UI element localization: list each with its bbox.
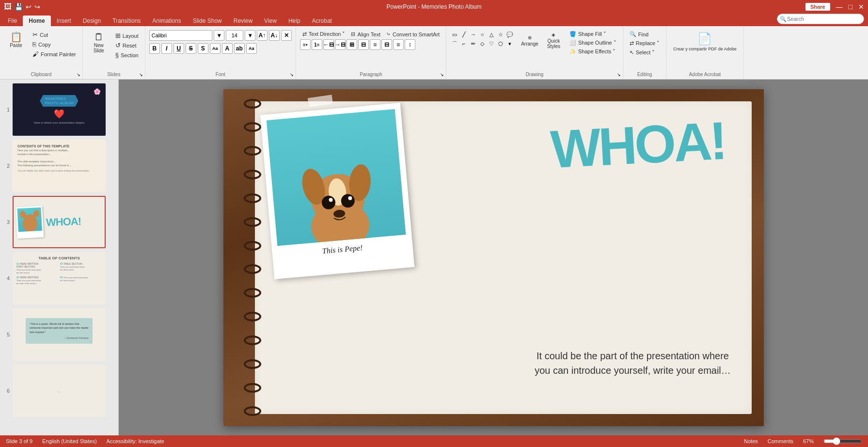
layout-button[interactable]: ⊞ Layout — [113, 31, 141, 40]
align-text-button[interactable]: ⊟ Align Text — [348, 30, 383, 38]
slide-canvas[interactable]: This is Pepe! WHOA! It could be the part… — [223, 89, 764, 426]
slide-item-1[interactable]: 1 MEMORIESPHOTO ALBUM ❤️ Here is where y… — [4, 83, 114, 136]
find-button[interactable]: 🔍 Find — [627, 30, 651, 38]
align-right-button[interactable]: ⊟ — [381, 39, 392, 50]
diamond-shape[interactable]: ◇ — [478, 39, 487, 48]
rectangle-shape[interactable]: ▭ — [450, 30, 459, 39]
strikethrough-button[interactable]: S — [186, 43, 196, 54]
bold-button[interactable]: B — [149, 43, 160, 54]
reset-button[interactable]: ↺ Reset — [113, 41, 141, 50]
italic-button[interactable]: I — [161, 43, 172, 54]
arrange-button[interactable]: ⊕ Arrange — [518, 30, 541, 51]
tab-view[interactable]: View — [258, 16, 283, 26]
indent-less-button[interactable]: ←⊟ — [323, 39, 334, 50]
quick-access-redo[interactable]: ↪ — [34, 3, 40, 11]
shape-fill-button[interactable]: 🪣 Shape Fill ˅ — [567, 30, 619, 38]
accessibility-status[interactable]: Accessibility: Investigate — [107, 438, 164, 444]
convert-smartart-button[interactable]: ⤷ Convert to SmartArt — [384, 30, 442, 38]
line-shape[interactable]: ╱ — [459, 30, 468, 39]
clipboard-expand[interactable]: ↘ — [77, 72, 80, 77]
clear-formatting[interactable]: ✕ — [281, 30, 292, 41]
tab-acrobat[interactable]: Acrobat — [306, 16, 338, 26]
triangle-shape[interactable]: △ — [487, 30, 496, 39]
tab-help[interactable]: Help — [283, 16, 306, 26]
line-spacing-button[interactable]: ↕ — [405, 39, 415, 50]
text-direction-button[interactable]: ⇄ Text Direction ˅ — [300, 30, 348, 38]
slide-item-3[interactable]: 3 WHOA! — [4, 196, 114, 248]
whoa-heading[interactable]: WHOA! — [549, 113, 726, 176]
align-left-button[interactable]: ⊟ — [358, 39, 369, 50]
shadow-button[interactable]: S — [198, 43, 208, 54]
slide-description[interactable]: It could be the part of the presentation… — [531, 349, 735, 378]
font-name-dropdown[interactable]: ▾ — [214, 30, 224, 41]
new-slide-button[interactable]: 🗒 NewSlide — [87, 30, 111, 55]
arrow-shape[interactable]: → — [469, 30, 477, 39]
notes-button[interactable]: Notes — [744, 438, 758, 444]
quick-access-save[interactable]: 💾 — [15, 3, 23, 11]
maximize-button[interactable]: □ — [849, 3, 852, 11]
format-painter-button[interactable]: 🖌 Format Painter — [30, 49, 79, 59]
slide-thumb-3[interactable]: WHOA! — [13, 196, 106, 248]
font-size-input[interactable] — [226, 30, 243, 41]
zoom-slider[interactable] — [823, 437, 862, 445]
font-expand[interactable]: ↘ — [290, 72, 294, 77]
underline-button[interactable]: U — [174, 43, 184, 54]
bullet-list-button[interactable]: ≡• — [300, 39, 311, 50]
columns-button[interactable]: ⊞ — [347, 39, 357, 50]
tab-transitions[interactable]: Transitions — [107, 16, 146, 26]
close-button[interactable]: ✕ — [858, 3, 864, 11]
shape-outline-button[interactable]: ⬜ Shape Outline ˅ — [567, 39, 619, 47]
minimize-button[interactable]: — — [836, 3, 843, 11]
pentagon-shape[interactable]: ⬠ — [496, 39, 505, 48]
slide-thumb-6[interactable]: ... — [13, 365, 106, 417]
increase-font-size[interactable]: A↑ — [257, 30, 268, 41]
share-button[interactable]: Share — [805, 3, 830, 11]
more-shapes[interactable]: ▾ — [505, 39, 514, 48]
comments-button[interactable]: Comments — [768, 438, 793, 444]
replace-button[interactable]: ⇄ Replace ˅ — [627, 39, 662, 48]
font-size-big[interactable]: Aa — [246, 43, 257, 54]
cut-button[interactable]: ✂ Cut — [30, 30, 79, 39]
font-name-input[interactable] — [149, 30, 212, 41]
heart-shape[interactable]: ♡ — [487, 39, 496, 48]
highlight-button[interactable]: ab — [234, 43, 245, 54]
slides-expand[interactable]: ↘ — [139, 72, 143, 77]
tab-design[interactable]: Design — [77, 16, 107, 26]
tab-file[interactable]: File — [2, 16, 23, 26]
slide-item-5[interactable]: 5 "This is a quote. Words full of wisdom… — [4, 308, 114, 361]
callout-shape[interactable]: 💬 — [505, 30, 514, 39]
freeform-shape[interactable]: ✏ — [469, 39, 477, 48]
star-shape[interactable]: ☆ — [496, 30, 505, 39]
slide-thumb-4[interactable]: TABLE OF CONTENTS 01 HERE WRITTENFIRST S… — [13, 252, 106, 304]
slide-item-2[interactable]: 2 CONTENTS OF THIS TEMPLATE Here you can… — [4, 140, 114, 192]
indent-more-button[interactable]: →⊟ — [335, 39, 346, 50]
connector-shape[interactable]: ⌐ — [459, 39, 468, 48]
polaroid-photo-frame[interactable]: This is Pepe! — [260, 103, 414, 279]
quick-styles-button[interactable]: ◈ QuickStyles — [544, 30, 563, 51]
paragraph-expand[interactable]: ↘ — [440, 72, 444, 77]
justify-button[interactable]: ≡ — [393, 39, 404, 50]
align-center-button[interactable]: ≡ — [370, 39, 380, 50]
slide-item-6[interactable]: 6 ... — [4, 365, 114, 417]
create-pdf-button[interactable]: 📄 Crear y compartir PDF de Adobe — [670, 30, 740, 53]
quick-access-undo[interactable]: ↩ — [26, 3, 32, 11]
tab-home[interactable]: Home — [23, 16, 50, 26]
numbered-list-button[interactable]: 1≡ — [312, 39, 322, 50]
decrease-font-size[interactable]: A↓ — [269, 30, 280, 41]
search-input[interactable] — [777, 14, 864, 24]
slide-item-4[interactable]: 4 TABLE OF CONTENTS 01 HERE WRITTENFIRST… — [4, 252, 114, 304]
copy-button[interactable]: ⎘ Copy — [30, 40, 79, 49]
font-case-button[interactable]: Aa — [210, 43, 221, 54]
slide-thumb-2[interactable]: CONTENTS OF THIS TEMPLATE Here you can f… — [13, 140, 106, 192]
select-button[interactable]: ↖ Select ˅ — [627, 48, 658, 57]
tab-animations[interactable]: Animations — [146, 16, 187, 26]
shape-effects-button[interactable]: ✨ Shape Effects ˅ — [567, 48, 619, 56]
oval-shape[interactable]: ○ — [478, 30, 487, 39]
font-color-button[interactable]: A — [222, 43, 233, 54]
curve-shape[interactable]: ⌒ — [450, 39, 459, 48]
section-button[interactable]: § Section — [113, 50, 141, 60]
tab-review[interactable]: Review — [228, 16, 258, 26]
tab-insert[interactable]: Insert — [51, 16, 77, 26]
paste-button[interactable]: 📋 Paste — [4, 30, 28, 50]
slide-thumb-5[interactable]: "This is a quote. Words full of wisdom t… — [13, 308, 106, 361]
